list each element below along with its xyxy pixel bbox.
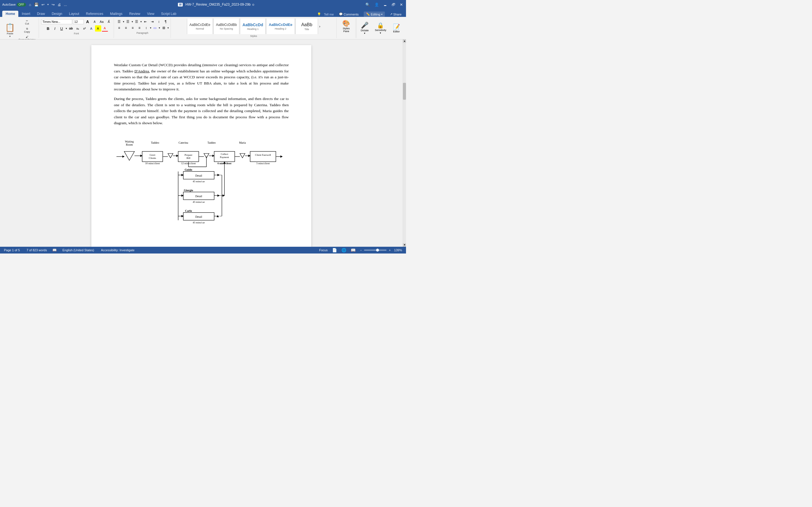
dictate-dropdown[interactable]: ▾ (364, 32, 365, 35)
tab-scriptlab[interactable]: Script Lab (158, 11, 180, 17)
clear-format-button[interactable]: A⃗ (106, 18, 112, 25)
accessibility[interactable]: Accessibility: Investigate (100, 248, 136, 252)
view-print-icon[interactable]: 📄 (331, 248, 338, 252)
autosave[interactable]: AutoSave OFF (2, 3, 26, 6)
subscript-button[interactable]: x₂ (75, 25, 81, 32)
comments-button[interactable]: 💬 Comments (337, 11, 361, 17)
maximize-icon[interactable]: 🗗 (391, 3, 396, 7)
text-effects-button[interactable]: A (88, 25, 94, 32)
style-heading2[interactable]: AaBbCcDdEe Heading 2 (266, 18, 295, 34)
tab-mailings[interactable]: Mailings (107, 11, 126, 17)
styles-pane-button[interactable]: 🎨 StylesPane (338, 18, 354, 34)
style-normal[interactable]: AaBbCcDdEe Normal (187, 18, 213, 34)
bullets-dropdown[interactable]: ▾ (123, 20, 124, 23)
tab-view[interactable]: View (144, 11, 158, 17)
justify-button[interactable]: ≡ (137, 25, 143, 31)
line-spacing-button[interactable]: ↕ (143, 25, 149, 31)
editor-button[interactable]: 📝 Editor (390, 22, 403, 34)
underline-button[interactable]: U (59, 25, 65, 32)
undo-dropdown-icon[interactable]: ▾ (47, 3, 50, 6)
vertical-scrollbar[interactable]: ▲ ▼ (403, 40, 406, 247)
borders-dropdown[interactable]: ▾ (167, 26, 169, 29)
page-info[interactable]: Page 1 of 5 (3, 248, 21, 252)
font-size-input[interactable] (73, 19, 84, 24)
align-right-button[interactable]: ≡ (130, 25, 136, 31)
tab-design[interactable]: Design (48, 11, 65, 17)
scroll-thumb[interactable] (403, 83, 406, 100)
scroll-down-button[interactable]: ▼ (403, 243, 406, 247)
redo-icon[interactable]: ↪ (51, 3, 56, 7)
italic-button[interactable]: I (52, 25, 58, 32)
copy-button[interactable]: ⧉ Copy (17, 26, 37, 34)
scroll-up-button[interactable]: ▲ (403, 40, 406, 43)
underline-dropdown[interactable]: ▾ (66, 27, 67, 30)
font-color-button[interactable]: A (102, 25, 108, 32)
numbering-button[interactable]: ☰ (125, 18, 131, 25)
tab-insert[interactable]: Insert (18, 11, 34, 17)
bullets-button[interactable]: ☰ (116, 18, 122, 25)
paste-button[interactable]: 📋 Paste ▾ (3, 22, 17, 39)
document-page[interactable]: Westlake Custom Car Detail (WCCD) provid… (91, 45, 311, 247)
strikethrough-button[interactable]: ab (68, 25, 74, 32)
customize-icon[interactable]: ... (63, 3, 68, 7)
save-icon[interactable]: 💾 (33, 3, 40, 7)
style-no-spacing[interactable]: AaBbCcDdBb No Spacing (213, 18, 239, 34)
editing-button[interactable]: ✏️ Editing ▾ (364, 11, 385, 17)
print-preview-icon[interactable]: 🖨 (57, 3, 62, 7)
share-profile-icon[interactable]: 👤 (373, 3, 380, 7)
style-title[interactable]: AaBb Title (296, 18, 318, 34)
increase-indent-button[interactable]: ⇥ (149, 18, 155, 25)
focus-button[interactable]: Focus (318, 248, 329, 252)
grow-font-button[interactable]: A (85, 18, 91, 25)
tell-me-label[interactable]: Tell me (324, 13, 334, 16)
shading-button[interactable]: ▭ (152, 25, 158, 31)
view-read-icon[interactable]: 📖 (350, 248, 357, 252)
sensitivity-button[interactable]: 🔒 Sensitivity ▾ (372, 21, 389, 36)
home-icon[interactable]: ⌂ (28, 3, 32, 7)
tab-references[interactable]: References (83, 11, 107, 17)
search-icon[interactable]: 🔍 (364, 3, 371, 7)
view-web-icon[interactable]: 🌐 (340, 248, 347, 252)
style-heading1[interactable]: AaBbCcDd Heading 1 (240, 18, 266, 34)
sort-button[interactable]: ↕ (156, 18, 162, 25)
shading-dropdown[interactable]: ▾ (159, 26, 160, 29)
multilevel-dropdown[interactable]: ▾ (140, 20, 142, 23)
zoom-in-button[interactable]: + (388, 248, 392, 252)
undo-icon[interactable]: ↩ (41, 3, 45, 7)
align-center-button[interactable]: ≡ (123, 25, 129, 31)
borders-button[interactable]: ⊞ (161, 25, 167, 31)
multilevel-button[interactable]: ☰ (134, 18, 140, 25)
shrink-font-button[interactable]: A (92, 18, 98, 25)
close-icon[interactable]: ✕ (399, 3, 404, 7)
cut-button[interactable]: ✂ Cut (17, 18, 37, 26)
decrease-indent-button[interactable]: ⇤ (142, 18, 149, 25)
styles-expand-icon[interactable]: › (319, 24, 320, 29)
tab-home[interactable]: Home (2, 11, 18, 17)
bold-button[interactable]: B (45, 25, 51, 32)
show-marks-button[interactable]: ¶ (163, 18, 169, 25)
highlight-button[interactable]: A (95, 25, 101, 32)
zoom-out-button[interactable]: − (359, 248, 363, 252)
tab-review[interactable]: Review (126, 11, 144, 17)
zoom-slider[interactable] (364, 249, 387, 251)
sensitivity-dropdown[interactable]: ▾ (380, 32, 381, 34)
change-case-button[interactable]: Aa (99, 18, 105, 25)
scroll-track[interactable] (403, 43, 406, 243)
share-button[interactable]: ↗ Share (388, 11, 404, 17)
paste-dropdown[interactable]: ▾ (9, 35, 11, 38)
language[interactable]: English (United States) (61, 248, 95, 252)
tab-draw[interactable]: Draw (34, 11, 48, 17)
help-icon[interactable]: 💡 (317, 12, 321, 16)
autosave-toggle[interactable]: OFF (17, 3, 26, 6)
align-left-button[interactable]: ≡ (116, 25, 122, 31)
word-count[interactable]: 7 of 823 words (26, 248, 48, 252)
font-name-input[interactable] (41, 19, 72, 24)
minimize-icon[interactable]: 🗕 (383, 3, 388, 7)
tab-layout[interactable]: Layout (66, 11, 83, 17)
numbering-dropdown[interactable]: ▾ (132, 20, 133, 23)
superscript-button[interactable]: x² (82, 25, 88, 32)
dictate-button[interactable]: 🎤 Dictate ▾ (358, 20, 371, 36)
zoom-level[interactable]: 139% (393, 248, 403, 252)
line-spacing-dropdown[interactable]: ▾ (150, 26, 151, 29)
document-area[interactable]: Westlake Custom Car Detail (WCCD) provid… (0, 40, 403, 247)
